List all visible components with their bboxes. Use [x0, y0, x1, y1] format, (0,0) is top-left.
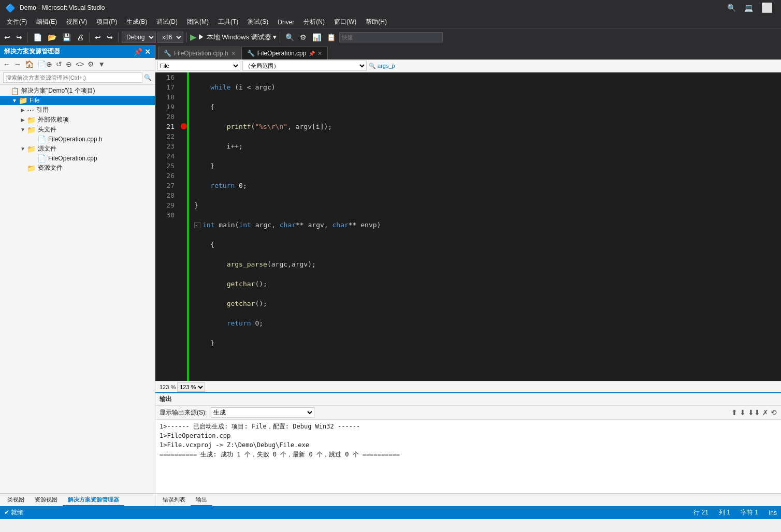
code-content[interactable]: while (i < argc) { printf("%s\r\n", argv…: [189, 72, 781, 381]
search-icon[interactable]: 🔍: [724, 3, 739, 13]
line-num-23: 23: [155, 141, 175, 151]
output-tab-errorlist[interactable]: 错误列表: [157, 495, 191, 506]
title-bar-right[interactable]: 🔍 💻 ⬜: [724, 1, 776, 14]
tree-item-file-op-h[interactable]: 📄 FileOperation.cpp.h: [0, 135, 155, 144]
tree-item-source-files[interactable]: ▼ 📁 源文件: [0, 144, 155, 154]
sidebar-tab-resourceview[interactable]: 资源视图: [30, 495, 63, 506]
menu-tools[interactable]: 工具(T): [214, 17, 242, 27]
sidebar-tb-forward[interactable]: →: [13, 60, 22, 69]
sidebar-tb-filter[interactable]: ▼: [97, 60, 106, 69]
sidebar-search-input[interactable]: [3, 72, 142, 83]
toolbar-sep4: [186, 32, 187, 42]
sidebar-header-controls[interactable]: 📌 ✕: [134, 48, 151, 56]
menu-build[interactable]: 生成(B): [122, 17, 151, 27]
global-scope-dropdown[interactable]: （全局范围）: [242, 61, 367, 71]
title-bar: 🔷 Demo - Microsoft Visual Studio 🔍 💻 ⬜: [0, 0, 781, 16]
sidebar-tree: 📋 解决方案"Demo"(1 个项目) ▼ 📁 File ▶ ⋯ 引用 ▶ 📁 …: [0, 85, 155, 493]
main-layout: 解决方案资源管理器 📌 ✕ ← → 🏠 📄⊕ ↺ ⊖ <> ⚙ ▼ 🔍 📋: [0, 45, 781, 506]
tab-cpp-close[interactable]: ✕: [317, 50, 322, 57]
menu-file[interactable]: 文件(F): [3, 17, 31, 27]
run-dropdown-icon[interactable]: ▾: [273, 33, 277, 41]
zoom-dropdown[interactable]: 123 % 100 % 75 % 150 %: [177, 382, 205, 392]
output-tb-btn2[interactable]: ⬇: [740, 408, 746, 417]
tab-cpp-file[interactable]: 🔧 FileOperation.cpp 📌 ✕: [241, 47, 328, 60]
sidebar-tb-back[interactable]: ←: [2, 60, 11, 69]
toolbar-extra3[interactable]: 📋: [325, 32, 338, 42]
file-op-h-icon: 📄: [37, 135, 46, 143]
toolbar-undo[interactable]: ↩: [93, 32, 103, 42]
tree-item-file-project[interactable]: ▼ 📁 File: [0, 96, 155, 105]
screen-icon[interactable]: 💻: [741, 3, 756, 13]
toolbar-new[interactable]: 📄: [31, 32, 44, 42]
output-tb-btn3[interactable]: ⬇⬇: [748, 408, 760, 417]
run-label: ▶ 本地 Windows 调试器: [198, 33, 271, 42]
output-tb-clear[interactable]: ✗: [762, 408, 769, 417]
run-button[interactable]: ▶ ▶ 本地 Windows 调试器 ▾: [190, 32, 277, 42]
sidebar-tb-settings[interactable]: ⚙: [86, 60, 95, 69]
editor-secondary-bar: File （全局范围） 🔍 args_p: [155, 60, 781, 72]
tree-item-external-deps[interactable]: ▶ 📁 外部依赖项: [0, 115, 155, 125]
menu-test[interactable]: 测试(S): [243, 17, 272, 27]
references-arrow: ▶: [19, 107, 27, 113]
quick-search-input[interactable]: [339, 32, 443, 42]
tree-item-resources[interactable]: 📁 资源文件: [0, 163, 155, 173]
menu-analyze[interactable]: 分析(N): [299, 17, 329, 27]
solution-label: 解决方案"Demo"(1 个项目): [21, 86, 95, 95]
toolbar-open[interactable]: 📂: [46, 32, 59, 42]
sidebar-tb-code[interactable]: <>: [75, 60, 85, 69]
tab-h-close[interactable]: ✕: [231, 50, 236, 57]
breakpoint-21[interactable]: [181, 123, 187, 129]
menu-driver[interactable]: Driver: [273, 18, 298, 27]
output-source-dropdown[interactable]: 生成 调试: [211, 407, 314, 418]
code-line-21: return 0;: [194, 181, 776, 190]
sidebar-tb-new[interactable]: 📄⊕: [36, 60, 53, 69]
tree-item-solution[interactable]: 📋 解决方案"Demo"(1 个项目): [0, 86, 155, 96]
headers-arrow: ▼: [19, 127, 27, 132]
toolbar-sep3: [118, 32, 119, 42]
platform-dropdown[interactable]: x86: [157, 32, 183, 43]
menu-team[interactable]: 团队(M): [183, 17, 213, 27]
sidebar-title: 解决方案资源管理器: [4, 47, 60, 56]
menu-edit[interactable]: 编辑(E): [32, 17, 61, 27]
sidebar-tb-home[interactable]: 🏠: [24, 60, 35, 69]
menu-debug[interactable]: 调试(D): [152, 17, 182, 27]
sidebar-tb-collapseall[interactable]: ⊖: [65, 60, 73, 69]
close-icon[interactable]: ⬜: [758, 1, 776, 14]
source-files-label: 源文件: [38, 144, 56, 153]
tree-item-headers[interactable]: ▼ 📁 头文件: [0, 125, 155, 135]
menu-view[interactable]: 视图(V): [62, 17, 91, 27]
toolbar-back[interactable]: ↩: [2, 32, 12, 42]
file-scope-dropdown[interactable]: File: [157, 61, 240, 71]
output-tb-btn1[interactable]: ⬆: [731, 408, 737, 417]
toolbar-search[interactable]: 🔍: [283, 32, 296, 42]
code-editor[interactable]: 16 17 18 19 20 21 22 23 24 25 26 27 28 2…: [155, 72, 781, 381]
tree-item-references[interactable]: ▶ ⋯ 引用: [0, 105, 155, 115]
external-deps-arrow: ▶: [19, 117, 27, 123]
sidebar-tab-classview[interactable]: 类视图: [2, 495, 30, 506]
debug-config-dropdown[interactable]: Debug: [122, 32, 156, 43]
output-panel: 输出 显示输出来源(S): 生成 调试 ⬆ ⬇ ⬇⬇ ✗ ⟲ 1>------ …: [155, 392, 781, 506]
toolbar-forward[interactable]: ↪: [14, 32, 24, 42]
toolbar-extra2[interactable]: 📊: [310, 32, 323, 42]
zoom-label: 123 %: [160, 384, 176, 390]
sidebar-close-icon[interactable]: ✕: [144, 48, 151, 56]
tab-header-file[interactable]: 🔧 FileOperation.cpp.h ✕: [158, 47, 241, 60]
output-tb-wrap[interactable]: ⟲: [771, 408, 777, 417]
pin-icon[interactable]: 📌: [134, 48, 142, 56]
toolbar-extra1[interactable]: ⚙: [298, 32, 309, 42]
line-num-24: 24: [155, 151, 175, 161]
sidebar-tab-solution[interactable]: 解决方案资源管理器: [63, 495, 124, 506]
tab-h-icon: 🔧: [164, 50, 171, 57]
toolbar-redo[interactable]: ↪: [105, 32, 115, 42]
output-source-label: 显示输出来源(S):: [160, 408, 207, 417]
menu-project[interactable]: 项目(P): [92, 17, 121, 27]
toolbar-save[interactable]: 💾: [60, 32, 73, 42]
menu-window[interactable]: 窗口(W): [330, 17, 360, 27]
toolbar-saveall[interactable]: 🖨: [75, 32, 86, 42]
tree-item-file-op-cpp[interactable]: 📄 FileOperation.cpp: [0, 154, 155, 163]
resources-icon: 📁: [27, 164, 36, 172]
file-project-icon: 📁: [19, 96, 27, 105]
output-tab-output[interactable]: 输出: [191, 495, 212, 506]
menu-help[interactable]: 帮助(H): [361, 17, 391, 27]
sidebar-tb-refresh[interactable]: ↺: [55, 60, 63, 69]
